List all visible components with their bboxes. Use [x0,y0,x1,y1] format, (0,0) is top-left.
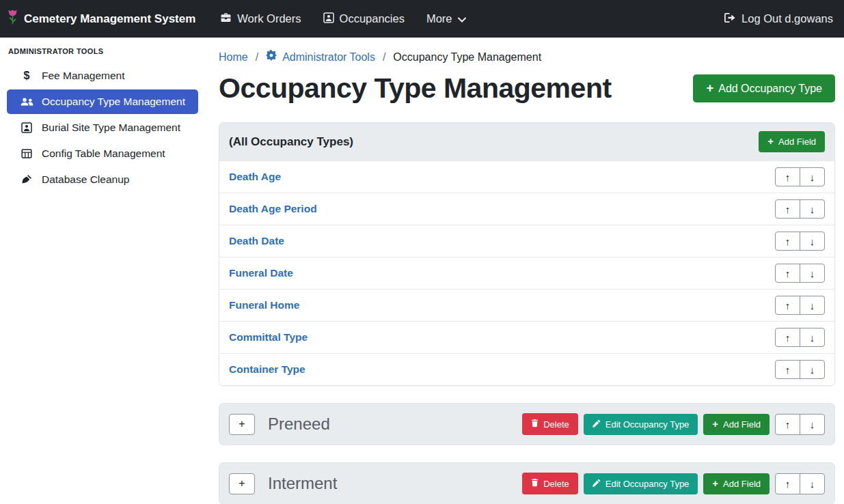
add-field-button[interactable]: + Add Field [759,131,825,152]
move-up-button[interactable]: ↑ [775,473,800,494]
add-occupancy-type-button[interactable]: + Add Occupancy Type [693,74,835,102]
reorder-buttons: ↑ ↓ [775,328,825,347]
sidebar-item-label: Fee Management [42,70,125,82]
section-name: Interment [268,474,337,493]
nav-work-orders[interactable]: Work Orders [220,12,301,26]
sidebar-item-config-table-management[interactable]: Config Table Management [7,141,198,166]
main-content: Home / Administrator Tools / Occupancy T… [205,38,844,504]
add-occupancy-type-label: Add Occupancy Type [718,83,822,95]
nav-logout[interactable]: Log Out d.gowans [724,12,833,26]
move-down-button[interactable]: ↓ [800,264,825,283]
dollar-icon: $ [19,70,34,82]
sidebar-item-label: Config Table Management [42,148,165,160]
move-down-button[interactable]: ↓ [800,414,825,435]
users-icon [19,97,34,107]
field-link-death-age[interactable]: Death Age [229,171,281,183]
nav-work-orders-label: Work Orders [237,12,301,25]
sidebar-item-fee-management[interactable]: $ Fee Management [7,64,198,88]
tulip-logo-icon [7,9,18,29]
move-down-button[interactable]: ↓ [800,328,825,347]
reorder-buttons: ↑ ↓ [775,414,825,435]
add-field-button[interactable]: + Add Field [703,414,770,435]
sidebar: Administrator Tools $ Fee Management Occ… [0,38,205,504]
field-row: Committal Type ↑ ↓ [219,321,834,353]
field-link-funeral-home[interactable]: Funeral Home [229,299,299,311]
field-link-death-age-period[interactable]: Death Age Period [229,203,317,215]
brand-text: Cemetery Management System [24,12,195,26]
delete-label: Delete [543,479,569,489]
move-down-button[interactable]: ↓ [800,360,825,379]
section-interment: + Interment Delete [219,462,835,504]
trash-icon [531,478,539,489]
breadcrumb-admin-tools-label: Administrator Tools [282,51,375,64]
breadcrumb-separator: / [383,51,385,64]
page-header: Occupancy Type Management + Add Occupanc… [219,72,835,104]
edit-occupancy-type-button[interactable]: Edit Occupancy Type [584,414,698,435]
field-link-funeral-date[interactable]: Funeral Date [229,267,293,279]
work-orders-icon [220,12,232,26]
chevron-down-icon [458,12,466,25]
add-field-button[interactable]: + Add Field [703,473,770,494]
move-up-button[interactable]: ↑ [775,296,800,315]
field-row: Death Age ↑ ↓ [219,160,834,193]
move-up-button[interactable]: ↑ [775,328,800,347]
move-up-button[interactable]: ↑ [775,167,800,186]
pencil-icon [593,479,601,489]
reorder-buttons: ↑ ↓ [775,360,825,379]
move-up-button[interactable]: ↑ [775,232,800,251]
move-down-button[interactable]: ↓ [800,167,825,186]
plus-icon: + [767,137,774,147]
reorder-buttons: ↑ ↓ [775,296,825,315]
field-row: Funeral Date ↑ ↓ [219,257,834,289]
edit-occupancy-type-button[interactable]: Edit Occupancy Type [584,473,698,494]
move-up-button[interactable]: ↑ [775,264,800,283]
gear-icon [266,50,277,64]
occupancies-icon [323,12,334,26]
all-types-card-title: (All Occupancy Types) [229,135,353,149]
move-up-button[interactable]: ↑ [775,360,800,379]
field-link-committal-type[interactable]: Committal Type [229,331,308,344]
delete-button[interactable]: Delete [522,473,578,494]
sidebar-item-database-cleanup[interactable]: Database Cleanup [7,167,198,192]
sidebar-item-burial-site-type-management[interactable]: Burial Site Type Management [7,115,198,140]
plus-icon: + [712,419,718,430]
field-row: Container Type ↑ ↓ [219,353,834,385]
move-down-button[interactable]: ↓ [800,199,825,219]
add-field-label: Add Field [723,479,761,489]
move-down-button[interactable]: ↓ [800,232,825,251]
section-actions: Delete Edit Occupancy Type + Add Field ↑ [522,413,825,435]
nav-occupancies[interactable]: Occupancies [323,12,405,26]
breadcrumb: Home / Administrator Tools / Occupancy T… [219,50,835,64]
broom-icon [19,174,34,185]
delete-button[interactable]: Delete [522,413,578,435]
move-up-button[interactable]: ↑ [775,199,800,219]
field-row: Death Date ↑ ↓ [219,225,834,257]
edit-label: Edit Occupancy Type [605,479,690,489]
field-row: Funeral Home ↑ ↓ [219,289,834,321]
add-field-label: Add Field [723,419,761,430]
breadcrumb-separator: / [256,51,258,64]
breadcrumb-home[interactable]: Home [219,51,248,64]
reorder-buttons: ↑ ↓ [775,473,825,494]
trash-icon [531,419,539,430]
field-link-death-date[interactable]: Death Date [229,235,284,247]
reorder-buttons: ↑ ↓ [775,167,825,186]
expand-button[interactable]: + [229,414,255,435]
sidebar-item-label: Database Cleanup [42,173,129,186]
breadcrumb-administrator-tools[interactable]: Administrator Tools [266,50,375,64]
field-link-container-type[interactable]: Container Type [229,363,305,376]
nav-occupancies-label: Occupancies [340,12,405,25]
move-down-button[interactable]: ↓ [800,296,825,315]
app-brand[interactable]: Cemetery Management System [7,9,195,29]
move-up-button[interactable]: ↑ [775,414,800,435]
nav-more[interactable]: More [426,12,466,25]
sidebar-item-occupancy-type-management[interactable]: Occupancy Type Management [7,89,198,114]
move-down-button[interactable]: ↓ [800,473,825,494]
reorder-buttons: ↑ ↓ [775,264,825,283]
breadcrumb-current: Occupancy Type Management [393,51,541,64]
logout-icon [724,12,736,26]
plus-icon: + [712,479,718,489]
nav-logout-label: Log Out d.gowans [741,12,833,25]
field-row: Death Age Period ↑ ↓ [219,193,834,225]
expand-button[interactable]: + [229,473,255,494]
